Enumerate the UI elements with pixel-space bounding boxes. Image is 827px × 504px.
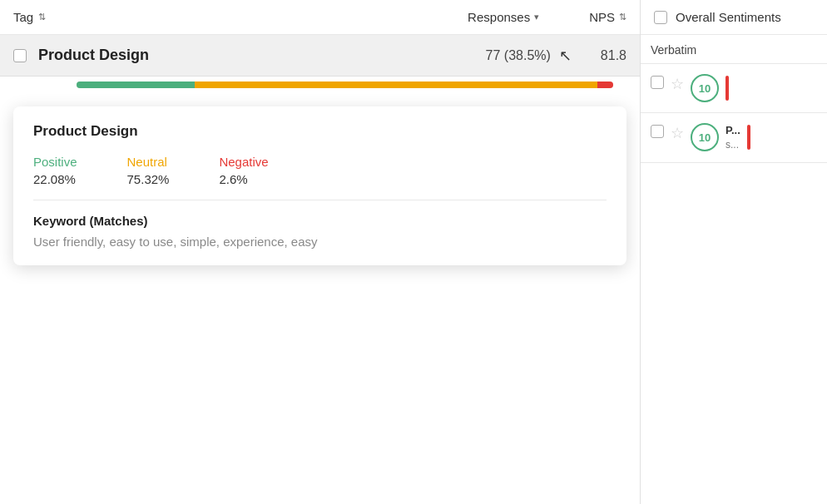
progress-bar [77,82,613,88]
responses-header[interactable]: Responses ▾ [468,10,539,24]
responses-sort-icon: ▾ [534,12,539,22]
cursor-icon: ↖ [559,47,572,65]
nps-header-label: NPS [589,10,615,24]
left-panel: Tag ⇅ Responses ▾ NPS ⇅ Product Design 7… [0,0,641,504]
row-indicator-2 [747,125,750,150]
keyword-title: Keyword (Matches) [33,214,607,228]
keyword-text: User friendly, easy to use, simple, expe… [33,235,607,249]
verbatim-row-1: ☆ 10 [641,64,827,113]
tooltip-title: Product Design [33,123,607,140]
nps-badge-1: 10 [691,74,719,102]
tag-sort-icon[interactable]: ⇅ [38,12,46,22]
tag-header[interactable]: Tag ⇅ [13,10,468,24]
positive-label: Positive [33,155,77,169]
row-indicator-1 [725,76,729,101]
tag-name: Product Design [38,47,486,64]
verbatim-label: Verbatim [641,35,827,64]
sentiment-row: Positive 22.08% Neutral 75.32% Negative … [33,155,607,200]
nps-sort-icon: ⇅ [619,12,626,22]
progress-orange [195,82,597,88]
negative-sentiment: Negative 2.6% [219,155,268,186]
responses-value: 77 (38.5%) [486,48,551,63]
table-header: Tag ⇅ Responses ▾ NPS ⇅ [0,0,640,35]
negative-label: Negative [219,155,268,169]
keyword-section: Keyword (Matches) User friendly, easy to… [33,214,607,249]
progress-bar-wrapper [0,77,640,93]
star-icon-1[interactable]: ☆ [671,75,684,93]
verbatim-list: Verbatim ☆ 10 ☆ 10 P... s... [641,35,827,504]
right-panel: Overall Sentiments Verbatim ☆ 10 ☆ 10 P.… [641,0,827,504]
negative-value: 2.6% [219,172,268,186]
overall-sentiments-header: Overall Sentiments [641,0,827,35]
progress-red [597,82,613,88]
positive-value: 22.08% [33,172,77,186]
nps-value: 81.8 [601,48,626,63]
positive-sentiment: Positive 22.08% [33,155,77,186]
verbatim-text-2: P... s... [725,123,740,152]
table-row[interactable]: Product Design 77 (38.5%) ↖ 81.8 [0,35,640,77]
verbatim-row-2: ☆ 10 P... s... [641,113,827,163]
verbatim-checkbox-2[interactable] [651,125,664,138]
nps-header[interactable]: NPS ⇅ [589,10,626,24]
neutral-sentiment: Neutral 75.32% [127,155,170,186]
progress-green [77,82,195,88]
product-design-row-wrapper: Product Design 77 (38.5%) ↖ 81.8 [0,35,640,93]
header-checkbox[interactable] [654,11,667,24]
verbatim-checkbox-1[interactable] [651,76,664,89]
neutral-value: 75.32% [127,172,170,186]
nps-badge-2: 10 [691,123,719,151]
tag-header-label: Tag [13,10,33,24]
responses-header-label: Responses [468,10,530,24]
tooltip-card: Product Design Positive 22.08% Neutral 7… [13,106,626,265]
star-icon-2[interactable]: ☆ [671,124,684,142]
row-checkbox[interactable] [13,49,27,62]
overall-sentiments-label: Overall Sentiments [676,10,781,24]
neutral-label: Neutral [127,155,170,169]
